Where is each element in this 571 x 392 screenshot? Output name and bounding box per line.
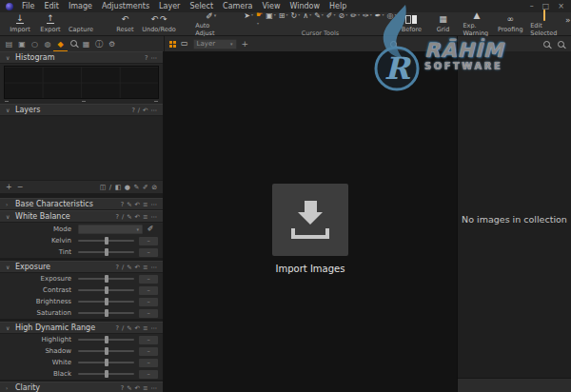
presets-icon[interactable]: ≡	[143, 213, 148, 221]
hdr-section-header[interactable]: ∨ High Dynamic Range ? ∕ ✎ ↶ ≡ ⋯	[0, 322, 163, 334]
contrast-value[interactable]: –	[139, 286, 158, 295]
exposure-warning-button[interactable]: ▲ Exp. Warning	[460, 11, 493, 37]
spot-removal-tool-icon[interactable]: ✎	[313, 10, 325, 29]
menu-help[interactable]: Help	[325, 2, 351, 10]
remove-layer-button[interactable]: −	[17, 183, 24, 191]
kelvin-value[interactable]: –	[139, 237, 158, 245]
tool-tab-capture-icon[interactable]: ▣	[18, 40, 27, 49]
contrast-slider[interactable]	[78, 289, 134, 291]
heal-icon[interactable]: ✎	[133, 184, 139, 191]
edit-icon[interactable]: ✎	[127, 384, 131, 392]
more-icon[interactable]: ⋯	[151, 213, 158, 221]
menu-adjustments[interactable]: Adjustments	[97, 2, 154, 10]
pan-tool-icon[interactable]: ☛	[255, 10, 264, 29]
help-icon[interactable]: ?	[121, 201, 124, 208]
help-icon[interactable]: ?	[121, 384, 124, 392]
before-button[interactable]: Before	[397, 15, 425, 33]
help-icon[interactable]: ?	[131, 107, 134, 114]
menu-select[interactable]: Select	[185, 2, 218, 10]
slider-thumb[interactable]	[105, 370, 108, 378]
annotate-tool-icon[interactable]: ✒	[374, 10, 385, 29]
saturation-value[interactable]: –	[139, 309, 158, 318]
slider-thumb[interactable]	[105, 248, 108, 256]
erase-mask-icon[interactable]: ⊘	[151, 184, 157, 191]
reset-icon[interactable]: ↶	[143, 107, 148, 114]
pick-color-tool-icon[interactable]: ◎	[385, 10, 397, 29]
more-icon[interactable]: ⋯	[151, 324, 158, 332]
more-icon[interactable]: ⋯	[151, 384, 158, 392]
presets-icon[interactable]: ≡	[143, 324, 148, 332]
rotate-tool-icon[interactable]: ↻	[290, 10, 302, 29]
black-value[interactable]: –	[139, 370, 158, 379]
search-icon[interactable]	[543, 41, 550, 48]
edit-selected-button[interactable]: Edit Selected	[527, 11, 561, 37]
brush-icon[interactable]: ∕	[122, 264, 124, 271]
collapse-chevron-icon[interactable]: ∨	[6, 325, 11, 331]
help-icon[interactable]: ?	[115, 264, 118, 271]
exposure-value[interactable]: –	[139, 275, 158, 284]
multi-view-icon[interactable]	[169, 41, 176, 48]
white-slider[interactable]	[78, 362, 134, 363]
presets-icon[interactable]: ≡	[143, 384, 148, 392]
auto-adjust-button[interactable]: ✐ Auto Adjust	[192, 11, 229, 37]
tool-tab-library-icon[interactable]: ▤	[5, 40, 13, 49]
histogram-section-header[interactable]: ∨ Histogram ? ⋯	[0, 51, 163, 64]
more-icon[interactable]: ⋯	[151, 201, 158, 208]
help-icon[interactable]: ?	[145, 54, 148, 62]
black-slider[interactable]	[78, 373, 134, 375]
layer-dropdown[interactable]: Layer ▾	[193, 39, 237, 49]
exposure-section-header[interactable]: ∨ Exposure ? ∕ ✎ ↶ ≡ ⋯	[0, 261, 163, 273]
tool-tab-lens-icon[interactable]: ○	[30, 40, 39, 49]
brightness-value[interactable]: –	[139, 298, 158, 306]
radial-mask-icon[interactable]: ●	[125, 184, 130, 191]
capture-button[interactable]: Capture	[67, 15, 95, 33]
reset-icon[interactable]: ↶	[135, 201, 140, 208]
collapse-chevron-icon[interactable]: ∨	[6, 108, 11, 113]
slider-thumb[interactable]	[105, 237, 108, 245]
radial-gradient-mask-tool-icon[interactable]: ✑	[362, 10, 373, 29]
add-layer-button[interactable]: +	[6, 183, 12, 191]
slider-thumb[interactable]	[105, 336, 108, 343]
layers-section-header[interactable]: ∨ Layers ? ∕ ↶ ⋯	[0, 104, 163, 116]
kelvin-slider[interactable]	[78, 240, 134, 242]
highlight-value[interactable]: –	[139, 336, 158, 344]
edit-icon[interactable]: ✎	[127, 264, 131, 271]
white-balance-section-header[interactable]: ∨ White Balance ? ∕ ✎ ↶ ≡ ⋯	[0, 210, 163, 223]
brush-icon[interactable]: ∕	[122, 213, 124, 221]
tool-tab-settings-icon[interactable]: ⚙	[108, 40, 116, 49]
import-images-button[interactable]	[272, 184, 348, 256]
menu-window[interactable]: Window	[285, 2, 325, 10]
clone-icon[interactable]: ✐	[143, 184, 148, 191]
linear-gradient-mask-tool-icon[interactable]: ✏	[349, 10, 361, 29]
menu-view[interactable]: View	[257, 2, 285, 10]
mode-dropdown[interactable]: ▾	[78, 225, 143, 234]
tool-tab-metadata-icon[interactable]: ▦	[82, 40, 90, 49]
tool-tab-adjustments-icon[interactable]: ◆	[56, 40, 65, 49]
white-balance-picker-icon[interactable]: ✐	[143, 225, 158, 233]
reset-icon[interactable]: ↶	[135, 264, 140, 271]
slider-thumb[interactable]	[105, 347, 108, 355]
brush-icon[interactable]: ∕	[138, 107, 140, 114]
mask-visibility-icon[interactable]: ◫	[100, 184, 107, 191]
brightness-slider[interactable]	[78, 301, 134, 303]
reset-icon[interactable]: ↶	[135, 384, 140, 392]
slider-thumb[interactable]	[105, 309, 108, 317]
draw-mask-tool-icon[interactable]: ✐	[325, 10, 337, 29]
undo-redo-button[interactable]: ↶ ↷ Undo/Redo	[141, 15, 176, 33]
edit-icon[interactable]: ✎	[127, 201, 131, 208]
tool-tab-info-icon[interactable]: ⓘ	[95, 40, 104, 49]
viewer-mode-icon[interactable]: ▭	[181, 40, 188, 48]
menu-image[interactable]: Image	[64, 2, 97, 10]
import-button[interactable]: ↓ Import	[6, 14, 34, 33]
reset-icon[interactable]: ↶	[135, 324, 140, 332]
brush-icon[interactable]: ∕	[122, 324, 124, 332]
browser-zoom-icon[interactable]	[558, 41, 564, 48]
expand-chevron-icon[interactable]: ›	[6, 202, 11, 207]
tool-tab-details-icon[interactable]	[69, 40, 78, 49]
loupe-tool-icon[interactable]: ▣	[265, 10, 277, 29]
straighten-tool-icon[interactable]: ∧	[302, 10, 312, 29]
more-icon[interactable]: ⋯	[151, 107, 158, 114]
tint-value[interactable]: –	[139, 248, 158, 257]
grid-button[interactable]: ▦ Grid	[428, 15, 457, 33]
toolbar-overflow-chevron[interactable]: »	[563, 15, 571, 32]
